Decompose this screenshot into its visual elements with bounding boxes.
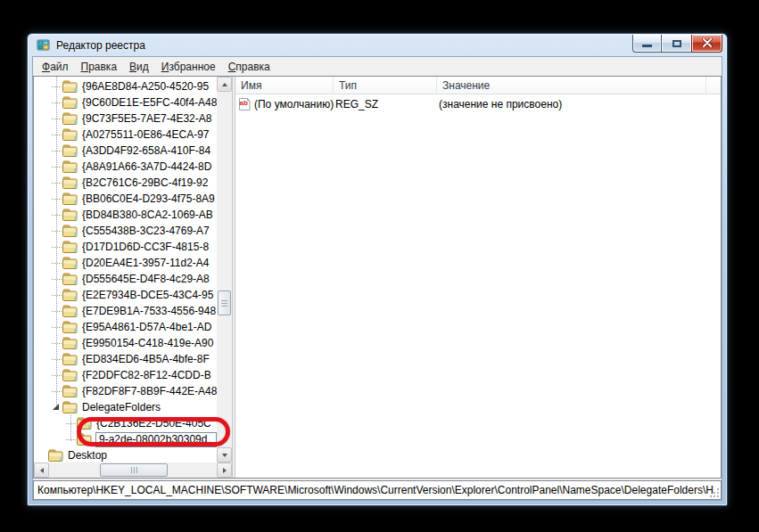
screenshot-stage: Редактор реестра — [0, 0, 759, 532]
tree-item[interactable]: {96AE8D84-A250-4520-95 — [34, 78, 217, 94]
rename-input[interactable]: 9-a2de-08002b30309d — [95, 432, 217, 447]
tree-item-label: {ED834ED6-4B5A-4bfe-8F — [80, 352, 211, 366]
vertical-scroll-thumb[interactable] — [218, 291, 231, 315]
folder-icon — [62, 96, 78, 109]
tree-item[interactable]: {B2C761C6-29BC-4f19-92 — [34, 175, 217, 191]
tree-item[interactable]: {D20EA4E1-3957-11d2-A4 — [34, 255, 217, 271]
tree-item[interactable]: {E9950154-C418-419e-A90 — [34, 335, 217, 351]
tree-item[interactable]: {A8A91A66-3A7D-4424-8D — [34, 159, 217, 175]
tree-item-label: {A0275511-0E86-4ECA-97 — [80, 127, 211, 142]
close-icon — [702, 37, 713, 50]
values-panel: Имя Тип Значение ab — [235, 77, 721, 478]
scroll-right-button[interactable] — [217, 462, 232, 478]
menu-item-favorites[interactable]: Избранное — [155, 58, 222, 76]
split-view: {96AE8D84-A250-4520-95 {9C60DE1E-E5FC-40… — [33, 76, 722, 479]
tree-item-label: {D20EA4E1-3957-11d2-A4 — [80, 256, 211, 270]
tree-connector — [52, 191, 62, 207]
tree-item-delegatefolders[interactable]: DelegateFolders — [34, 399, 217, 415]
tree-item-label: Desktop — [66, 448, 109, 462]
tree-connector — [52, 159, 62, 175]
tree-item[interactable]: {D17D1D6D-CC3F-4815-8 — [34, 239, 217, 255]
tree-item[interactable]: {F2DDFC82-8F12-4CDD-B — [34, 367, 217, 383]
tree-item-label: {96AE8D84-A250-4520-95 — [80, 79, 210, 94]
tree-connector — [52, 175, 62, 191]
tree-horizontal-scrollbar[interactable] — [34, 462, 232, 478]
tree-item-label: {D555645E-D4F8-4c29-A8 — [80, 272, 211, 286]
menubar: Файл Правка Вид Избранное Справка — [33, 57, 722, 76]
tree-connector — [37, 447, 48, 462]
tree-item-label: {9C73F5E5-7AE7-4E32-A8 — [80, 111, 213, 126]
tree-connector — [52, 399, 62, 415]
tree-connector — [52, 271, 62, 287]
menu-item-help[interactable]: Справка — [222, 58, 276, 76]
tree-item[interactable]: {C555438B-3C23-4769-A7 — [34, 223, 217, 239]
tree-item[interactable]: {ED834ED6-4B5A-4bfe-8F — [34, 351, 217, 367]
column-header-name[interactable]: Имя — [235, 77, 334, 94]
column-header-type[interactable]: Тип — [334, 77, 437, 94]
tree-item[interactable]: {E7DE9B1A-7533-4556-948 — [34, 303, 217, 319]
folder-icon — [62, 80, 78, 93]
tree-item[interactable]: {E2E7934B-DCE5-43C4-95 — [34, 287, 217, 303]
titlebar[interactable]: Редактор реестра — [28, 34, 727, 56]
folder-icon — [62, 176, 78, 189]
tree-connector — [52, 303, 62, 319]
column-header-filler — [706, 77, 721, 94]
window-controls — [632, 35, 722, 53]
folder-icon — [62, 353, 78, 365]
value-row-default[interactable]: ab (По умолчанию) REG_SZ (значение не пр… — [235, 96, 721, 112]
tree-item-label: {B2C761C6-29BC-4f19-92 — [80, 176, 210, 190]
value-type: REG_SZ — [334, 98, 437, 110]
folder-icon — [48, 449, 63, 462]
tree-item[interactable]: {D555645E-D4F8-4c29-A8 — [34, 271, 217, 287]
tree-item-label: {F2DDFC82-8F12-4CDD-B — [80, 368, 213, 382]
tree-item[interactable]: {BB06C0E4-D293-4f75-8A9 — [34, 191, 217, 207]
tree-item[interactable]: {F82DF8F7-8B9F-442E-A48 — [34, 383, 217, 399]
tree-item-label: {A3DD4F92-658A-410F-84 — [80, 143, 212, 158]
folder-icon — [62, 160, 78, 173]
maximize-button[interactable] — [662, 35, 691, 53]
tree-connector — [66, 415, 77, 431]
folder-icon — [62, 321, 78, 333]
horizontal-scroll-track[interactable] — [49, 462, 217, 478]
resize-grip[interactable] — [708, 487, 720, 498]
tree-vertical-scrollbar[interactable] — [217, 77, 232, 462]
window-title: Редактор реестра — [56, 39, 145, 52]
close-button[interactable] — [691, 35, 722, 53]
tree-item[interactable]: {9C73F5E5-7AE7-4E32-A8 — [34, 110, 217, 127]
tree-item-label: {BB06C0E4-D293-4f75-8A9 — [80, 192, 217, 206]
folder-icon — [62, 209, 78, 221]
tree-item[interactable]: Desktop — [34, 447, 217, 462]
status-path: Компьютер\HKEY_LOCAL_MACHINE\SOFTWARE\Mi… — [37, 484, 714, 496]
tree-item[interactable]: {A0275511-0E86-4ECA-97 — [34, 127, 217, 143]
tree-item[interactable]: {A3DD4F92-658A-410F-84 — [34, 143, 217, 159]
values-header: Имя Тип Значение — [235, 77, 721, 94]
folder-icon — [62, 289, 78, 301]
scroll-up-button[interactable] — [217, 77, 232, 92]
scroll-left-button[interactable] — [34, 462, 49, 478]
tree-item[interactable]: {BD84B380-8CA2-1069-AB — [34, 207, 217, 223]
folder-icon — [62, 337, 78, 349]
menu-item-edit[interactable]: Правка — [75, 58, 124, 76]
tree-item[interactable]: {C2B136E2-D50E-405C — [34, 415, 217, 431]
menu-item-view[interactable]: Вид — [123, 58, 155, 76]
tree-item-label: DelegateFolders — [80, 400, 162, 414]
tree-item-editing[interactable]: 9-a2de-08002b30309d — [34, 431, 217, 447]
horizontal-scroll-thumb[interactable] — [100, 463, 168, 477]
folder-icon — [62, 385, 78, 397]
reg-sz-icon: ab — [237, 97, 252, 111]
tree-item[interactable]: {E95A4861-D57A-4be1-AD — [34, 319, 217, 335]
tree-connector — [52, 207, 62, 223]
arrow-left-icon — [40, 468, 44, 473]
column-header-value[interactable]: Значение — [437, 77, 706, 94]
value-data: (значение не присвоено) — [437, 98, 567, 110]
menu-item-file[interactable]: Файл — [36, 58, 75, 76]
tree-item-label: {D17D1D6D-CC3F-4815-8 — [80, 240, 210, 254]
tree-item[interactable]: {9C60DE1E-E5FC-40f4-A48 — [34, 94, 217, 110]
minimize-button[interactable] — [632, 35, 662, 53]
tree-connector — [52, 351, 62, 367]
scroll-down-button[interactable] — [217, 447, 232, 462]
folder-icon — [77, 417, 92, 430]
tree-item-label: {A8A91A66-3A7D-4424-8D — [80, 160, 213, 174]
tree-connector — [52, 319, 62, 335]
value-name: (По умолчанию) — [254, 98, 334, 110]
